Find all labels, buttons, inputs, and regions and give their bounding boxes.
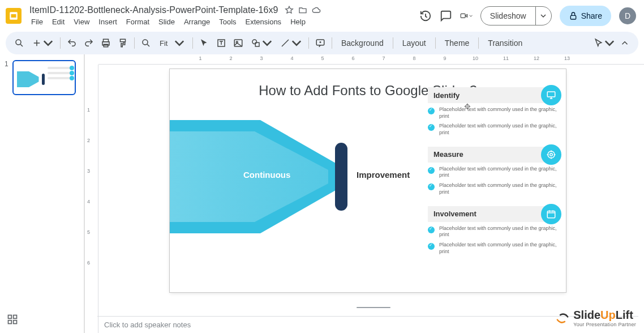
section-heading: Involvement <box>433 210 476 218</box>
zoom-value: Fit <box>160 39 168 48</box>
undo-button[interactable] <box>64 35 80 51</box>
calendar-icon <box>541 204 561 224</box>
slideshow-split-button: Slideshow <box>480 6 552 25</box>
line-tool-icon[interactable] <box>277 35 305 51</box>
check-icon <box>428 124 435 131</box>
slideshow-dropdown[interactable] <box>535 7 551 25</box>
section-heading: Identify <box>433 91 460 100</box>
comment-tool-icon[interactable] <box>312 35 328 51</box>
notes-resize-handle[interactable] <box>357 307 390 308</box>
watermark-logo-icon <box>555 311 570 326</box>
menu-insert[interactable]: Insert <box>95 16 121 28</box>
transition-button[interactable]: Transition <box>482 39 528 48</box>
menubar: File Edit View Insert Format Slide Arran… <box>27 16 414 28</box>
svg-point-8 <box>143 40 148 45</box>
svg-point-12 <box>252 40 257 44</box>
shape-tool-icon[interactable] <box>247 35 276 51</box>
check-icon <box>428 183 435 190</box>
check-icon <box>428 167 435 174</box>
bullet-text[interactable]: Placeholder text with commonly used in t… <box>439 242 558 255</box>
search-menus-icon[interactable] <box>11 35 27 51</box>
paint-format-button[interactable] <box>115 35 131 51</box>
menu-edit[interactable]: Edit <box>48 16 68 28</box>
comments-icon[interactable] <box>440 10 452 22</box>
account-avatar[interactable]: D <box>619 7 636 24</box>
menu-slide[interactable]: Slide <box>154 16 179 28</box>
svg-rect-15 <box>547 92 555 97</box>
hide-menus-icon[interactable] <box>617 35 633 51</box>
menu-arrange[interactable]: Arrange <box>180 16 214 28</box>
menu-tools[interactable]: Tools <box>215 16 240 28</box>
svg-rect-2 <box>461 14 465 18</box>
meet-icon[interactable] <box>460 10 473 22</box>
redo-button[interactable] <box>81 35 97 51</box>
menu-format[interactable]: Format <box>122 16 153 28</box>
star-icon[interactable] <box>285 6 294 15</box>
monitor-icon <box>541 85 561 105</box>
svg-rect-21 <box>8 321 12 324</box>
ruler-vertical: 1 2 3 4 5 6 <box>85 65 98 333</box>
textbox-tool-icon[interactable] <box>213 35 229 51</box>
menu-extensions[interactable]: Extensions <box>242 16 286 28</box>
bullet-text[interactable]: Placeholder text with commonly used in t… <box>439 225 558 238</box>
doc-meta: ItemID-11202-Bottleneck-Analysis-PowerPo… <box>27 5 414 28</box>
bottleneck-shape[interactable] <box>335 143 347 211</box>
svg-rect-20 <box>14 315 17 319</box>
menu-view[interactable]: View <box>70 16 93 28</box>
layout-button[interactable]: Layout <box>397 39 432 48</box>
canvas-area[interactable]: 1 2 3 4 5 6 7 8 9 10 11 12 13 1 2 3 4 5 … <box>85 54 644 333</box>
share-button[interactable]: Share <box>560 6 611 26</box>
editing-mode-icon[interactable] <box>594 35 615 51</box>
doc-title[interactable]: ItemID-11202-Bottleneck-Analysis-PowerPo… <box>27 5 280 16</box>
zoom-tool-icon[interactable] <box>138 35 154 51</box>
grid-view-icon[interactable] <box>7 314 18 325</box>
image-tool-icon[interactable] <box>230 35 246 51</box>
zoom-select[interactable]: Fit <box>155 35 189 51</box>
svg-rect-22 <box>14 321 17 324</box>
menu-file[interactable]: File <box>27 16 47 28</box>
target-icon <box>541 144 561 165</box>
bullet-text[interactable]: Placeholder text with commonly used in t… <box>439 123 558 136</box>
section-involvement[interactable]: Involvement Placeholder text with common… <box>428 206 558 255</box>
thumbnail-1[interactable]: 1 <box>5 60 79 95</box>
history-icon[interactable] <box>419 10 432 22</box>
svg-rect-18 <box>547 211 555 217</box>
print-button[interactable] <box>98 35 114 51</box>
select-tool-icon[interactable] <box>196 35 212 51</box>
svg-point-17 <box>550 153 553 156</box>
titlebar: ItemID-11202-Bottleneck-Analysis-PowerPo… <box>0 0 644 29</box>
toolbar: Fit Background Layout Theme Transition <box>6 32 638 54</box>
label-improvement[interactable]: Improvement <box>357 170 410 180</box>
slides-logo-icon[interactable] <box>6 8 22 24</box>
slide-canvas[interactable]: How to Add Fonts to Google Slides? ✥ Con… <box>170 69 566 292</box>
ruler-horizontal: 1 2 3 4 5 6 7 8 9 10 11 12 13 <box>98 54 644 65</box>
bullet-text[interactable]: Placeholder text with commonly used in t… <box>439 182 558 195</box>
check-icon <box>428 108 435 114</box>
section-measure[interactable]: Measure Placeholder text with commonly u… <box>428 147 558 196</box>
section-identify[interactable]: Identify Placeholder text with commonly … <box>428 87 558 136</box>
bullet-text[interactable]: Placeholder text with commonly used in t… <box>439 106 558 119</box>
share-label: Share <box>581 11 602 20</box>
background-button[interactable]: Background <box>336 39 389 48</box>
label-continuous[interactable]: Continuous <box>243 170 290 180</box>
thumbnail-preview[interactable] <box>12 60 76 95</box>
slideshow-button[interactable]: Slideshow <box>481 7 535 25</box>
move-icon[interactable] <box>298 6 307 15</box>
svg-rect-1 <box>11 14 16 18</box>
bullet-text[interactable]: Placeholder text with commonly used in t… <box>439 166 558 179</box>
workspace: 1 1 2 3 4 5 6 7 8 9 10 11 12 <box>0 54 644 333</box>
section-heading: Measure <box>433 150 463 159</box>
theme-button[interactable]: Theme <box>439 39 475 48</box>
notes-placeholder: Click to add speaker notes <box>104 321 191 329</box>
check-icon <box>428 227 435 233</box>
side-sections: Identify Placeholder text with commonly … <box>428 87 558 255</box>
svg-rect-19 <box>8 315 12 319</box>
cloud-status-icon[interactable] <box>312 6 321 15</box>
thumbnail-number: 1 <box>5 60 10 95</box>
check-icon <box>428 243 435 250</box>
new-slide-button[interactable] <box>28 35 57 51</box>
filmstrip[interactable]: 1 <box>0 54 85 333</box>
svg-point-4 <box>16 40 21 45</box>
menu-help[interactable]: Help <box>286 16 310 28</box>
watermark: SlideUpLift Your Presentation Partner <box>555 309 636 327</box>
